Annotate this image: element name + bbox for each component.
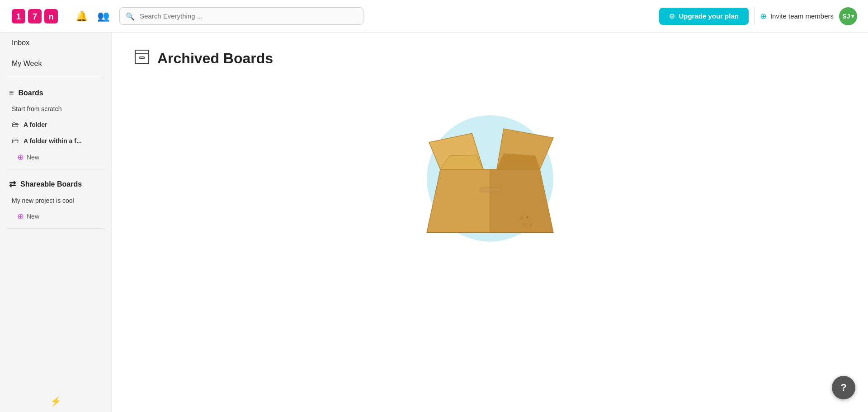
topbar-right: ⊙ Upgrade your plan ⊕ Invite team member… [659, 7, 857, 25]
new-label-2: New [27, 213, 39, 220]
sidebar-divider-3 [7, 228, 104, 229]
new-plus-icon-2: ⊕ [17, 211, 24, 221]
start-from-scratch-label: Start from scratch [12, 105, 61, 112]
page-title: Archived Boards [157, 50, 273, 67]
upgrade-label: Upgrade your plan [679, 12, 739, 20]
main-content: Archived Boards [112, 33, 868, 412]
invite-label: Invite team members [770, 12, 834, 20]
logo[interactable]: 1 7 n [11, 5, 65, 27]
sidebar: Inbox My Week ≡ Boards Start from scratc… [0, 33, 112, 412]
boards-label: Boards [19, 89, 43, 97]
search-bar-container: 🔍 [119, 7, 363, 25]
sidebar-item-start-from-scratch[interactable]: Start from scratch [3, 102, 109, 116]
lightning-button[interactable]: ⚡ [50, 396, 61, 407]
new-plus-icon-1: ⊕ [17, 152, 24, 162]
my-week-label: My Week [12, 60, 42, 68]
invite-button[interactable]: ⊕ Invite team members [760, 11, 834, 21]
svg-text:1: 1 [16, 12, 21, 21]
sidebar-item-folder-b[interactable]: 🗁 A folder within a f... [3, 133, 109, 149]
svg-rect-6 [135, 50, 149, 54]
topbar-icons: 🔔 👥 [72, 7, 112, 25]
notifications-button[interactable]: 🔔 [72, 7, 90, 25]
sidebar-divider-1 [7, 78, 104, 78]
shareable-boards-label: Shareable Boards [20, 180, 82, 188]
svg-rect-17 [480, 187, 500, 192]
main-layout: Inbox My Week ≡ Boards Start from scratc… [0, 33, 868, 412]
topbar: 1 7 n 🔔 👥 🔍 ⊙ Upgrade your plan ⊕ Invite… [0, 0, 868, 33]
upgrade-icon: ⊙ [669, 12, 675, 20]
archive-icon [134, 49, 150, 68]
my-new-project-label: My new project is cool [12, 197, 74, 204]
plus-circle-icon: ⊕ [760, 11, 767, 21]
help-button[interactable]: ? [832, 376, 855, 399]
boards-icon: ≡ [9, 88, 14, 98]
svg-marker-13 [497, 154, 540, 169]
avatar-dropdown-icon: ▾ [851, 13, 854, 19]
sidebar-boards-header[interactable]: ≡ Boards [0, 82, 112, 101]
folder-icon-a: 🗁 [12, 121, 19, 129]
shareable-new-button[interactable]: ⊕ New [3, 209, 109, 224]
svg-text:⚠ ✦: ⚠ ✦ [519, 215, 529, 220]
sidebar-item-my-new-project[interactable]: My new project is cool [3, 193, 109, 208]
search-input[interactable] [119, 7, 363, 25]
svg-text:7: 7 [33, 12, 37, 21]
divider [754, 7, 755, 25]
sidebar-item-inbox[interactable]: Inbox [3, 33, 109, 52]
sidebar-item-my-week[interactable]: My Week [3, 54, 109, 73]
sidebar-bottom: ⚡ [0, 390, 112, 412]
avatar-initials: SJ [842, 13, 850, 20]
upgrade-button[interactable]: ⊙ Upgrade your plan [659, 8, 749, 25]
svg-text:☞ ↑: ☞ ↑ [522, 221, 533, 229]
new-label-1: New [27, 154, 39, 161]
shareable-boards-icon: ⇄ [9, 179, 16, 189]
folder-b-label: A folder within a f... [24, 137, 82, 145]
cardboard-box-svg: ☞ ↑ ⚠ ✦ [413, 106, 567, 251]
folder-a-label: A folder [24, 121, 47, 128]
empty-state: ☞ ↑ ⚠ ✦ [112, 79, 868, 269]
box-illustration: ☞ ↑ ⚠ ✦ [413, 106, 567, 269]
svg-rect-8 [140, 57, 144, 59]
svg-text:n: n [49, 12, 54, 21]
team-button[interactable]: 👥 [94, 7, 112, 25]
avatar[interactable]: SJ ▾ [839, 7, 857, 25]
boards-new-button[interactable]: ⊕ New [3, 150, 109, 165]
page-header: Archived Boards [112, 33, 868, 79]
folder-icon-b: 🗁 [12, 137, 19, 145]
inbox-label: Inbox [12, 39, 29, 47]
sidebar-divider-2 [7, 169, 104, 169]
sidebar-shareable-boards-header[interactable]: ⇄ Shareable Boards [0, 173, 112, 193]
sidebar-item-folder-a[interactable]: 🗁 A folder [3, 117, 109, 132]
